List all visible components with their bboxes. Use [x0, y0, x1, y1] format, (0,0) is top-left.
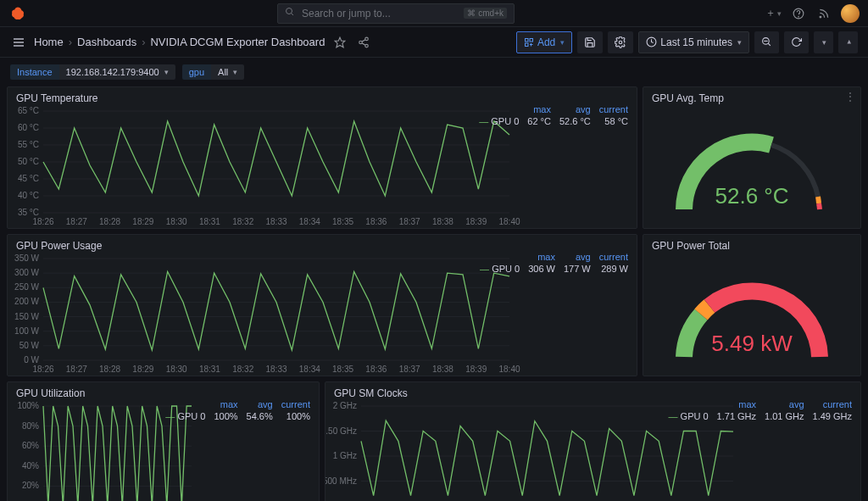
svg-text:18:35: 18:35 [332, 217, 353, 226]
breadcrumb: Home › Dashboards › NVIDIA DCGM Exporter… [34, 36, 325, 48]
svg-text:18:35: 18:35 [332, 365, 353, 374]
add-label: Add [537, 36, 555, 48]
svg-text:18:36: 18:36 [365, 365, 387, 374]
svg-text:18:38: 18:38 [432, 365, 453, 374]
dashboard-navbar: Home › Dashboards › NVIDIA DCGM Exporter… [0, 27, 868, 58]
svg-text:40%: 40% [22, 461, 39, 470]
legend: maxavgcurrent — GPU 0 100%54.6%100% [160, 398, 315, 423]
panel-gpu-sm-clocks[interactable]: GPU SM Clocks 0500 MHz1 GHz1.50 GHz2 GHz… [325, 381, 861, 501]
svg-text:18:38: 18:38 [432, 217, 453, 226]
panel-gpu-avg-temp[interactable]: GPU Avg. Temp ⋮ 52.6 °C [643, 86, 861, 229]
kiosk-button[interactable]: ▾ [838, 31, 858, 53]
svg-text:18:37: 18:37 [399, 217, 420, 226]
panel-gpu-power-usage[interactable]: GPU Power Usage 0 W50 W100 W150 W200 W25… [7, 234, 637, 376]
svg-text:200 W: 200 W [14, 297, 39, 306]
news-icon[interactable] [815, 5, 832, 22]
panel-menu-icon[interactable]: ⋮ [845, 91, 855, 103]
svg-text:18:27: 18:27 [66, 217, 87, 226]
svg-text:50 W: 50 W [19, 341, 40, 350]
svg-text:100 W: 100 W [14, 326, 39, 336]
legend: maxavgcurrent — GPU 0 1.71 GHz1.01 GHz1.… [664, 398, 857, 423]
svg-text:1 GHz: 1 GHz [333, 451, 357, 460]
svg-text:0 W: 0 W [24, 355, 39, 365]
share-icon[interactable] [355, 34, 372, 51]
svg-line-1 [292, 14, 294, 16]
svg-text:18:36: 18:36 [365, 217, 387, 226]
var-instance-label: Instance [10, 64, 59, 80]
svg-text:65 °C: 65 °C [18, 106, 39, 115]
svg-text:1.50 GHz: 1.50 GHz [326, 426, 357, 436]
time-range-picker[interactable]: Last 15 minutes▾ [638, 31, 749, 53]
svg-text:500 MHz: 500 MHz [326, 476, 357, 486]
user-avatar[interactable] [841, 4, 860, 23]
svg-text:18:28: 18:28 [99, 217, 120, 226]
template-variables: Instance 192.168.142.179:9400▾ gpu All▾ [0, 58, 868, 86]
var-gpu-value[interactable]: All▾ [211, 64, 244, 80]
svg-text:2 GHz: 2 GHz [333, 401, 357, 410]
svg-text:60 °C: 60 °C [18, 123, 39, 132]
save-dashboard-button[interactable] [577, 31, 603, 53]
search-icon [285, 7, 295, 19]
time-range-label: Last 15 minutes [660, 36, 732, 48]
svg-text:80%: 80% [22, 421, 39, 431]
star-icon[interactable] [331, 34, 348, 51]
svg-text:18:26: 18:26 [32, 217, 53, 226]
svg-text:300 W: 300 W [14, 268, 39, 277]
svg-text:20%: 20% [22, 481, 39, 490]
svg-text:35 °C: 35 °C [18, 208, 39, 217]
breadcrumb-home[interactable]: Home [34, 36, 64, 48]
svg-text:60%: 60% [22, 441, 39, 450]
grafana-logo[interactable] [8, 4, 27, 23]
svg-text:350 W: 350 W [14, 253, 39, 263]
svg-text:18:39: 18:39 [465, 365, 487, 374]
svg-text:18:28: 18:28 [99, 365, 120, 374]
svg-text:18:37: 18:37 [399, 365, 420, 374]
svg-text:50 °C: 50 °C [18, 157, 39, 166]
chevron-right-icon: › [69, 36, 72, 48]
svg-rect-14 [525, 38, 528, 42]
svg-text:18:40: 18:40 [498, 217, 520, 226]
svg-text:150 W: 150 W [14, 312, 39, 321]
svg-text:18:27: 18:27 [66, 365, 87, 374]
svg-line-13 [362, 42, 365, 44]
svg-text:18:30: 18:30 [166, 365, 187, 374]
panel-gpu-utilization[interactable]: GPU Utilization 0%20%40%60%80%100%18:261… [7, 381, 320, 501]
refresh-interval-picker[interactable]: ▾ [814, 31, 833, 53]
plus-icon[interactable]: ＋▾ [765, 5, 782, 22]
gauge-value: 52.6 °C [715, 183, 788, 209]
svg-marker-8 [336, 37, 346, 47]
panel-grid: GPU Temperature 35 °C40 °C45 °C50 °C55 °… [0, 86, 868, 501]
svg-text:18:26: 18:26 [32, 365, 53, 374]
svg-text:18:30: 18:30 [166, 217, 187, 226]
svg-text:55 °C: 55 °C [18, 140, 39, 149]
zoom-out-button[interactable] [754, 31, 779, 53]
var-instance-value[interactable]: 192.168.142.179:9400▾ [59, 64, 175, 80]
svg-line-23 [768, 43, 771, 46]
breadcrumb-dashboards[interactable]: Dashboards [77, 36, 136, 48]
global-search[interactable]: Search or jump to... ⌘ cmd+k [277, 3, 515, 24]
var-gpu-label: gpu [182, 64, 211, 80]
svg-point-11 [365, 44, 369, 47]
dashboard-settings-button[interactable] [608, 31, 633, 53]
svg-point-10 [359, 41, 363, 44]
svg-line-12 [362, 39, 365, 41]
svg-text:18:32: 18:32 [232, 217, 253, 226]
svg-point-19 [620, 41, 623, 44]
search-shortcut: ⌘ cmd+k [464, 8, 507, 19]
refresh-button[interactable] [784, 31, 809, 53]
panel-title: GPU Avg. Temp [643, 87, 860, 106]
panel-gpu-temperature[interactable]: GPU Temperature 35 °C40 °C45 °C50 °C55 °… [7, 86, 637, 229]
panel-gpu-power-total[interactable]: GPU Power Total 5.49 kW [643, 234, 861, 376]
panel-title: GPU Power Total [643, 235, 860, 253]
gauge-value: 5.49 kW [711, 331, 792, 357]
svg-text:18:34: 18:34 [299, 217, 320, 226]
add-panel-button[interactable]: Add▾ [516, 31, 572, 53]
svg-text:18:40: 18:40 [498, 365, 520, 374]
svg-point-4 [820, 16, 821, 18]
svg-text:18:33: 18:33 [265, 217, 287, 226]
svg-text:18:31: 18:31 [199, 217, 220, 226]
help-icon[interactable] [790, 5, 807, 22]
svg-text:100%: 100% [17, 401, 39, 410]
top-right-icons: ＋▾ [765, 4, 860, 23]
menu-icon[interactable] [10, 34, 27, 51]
